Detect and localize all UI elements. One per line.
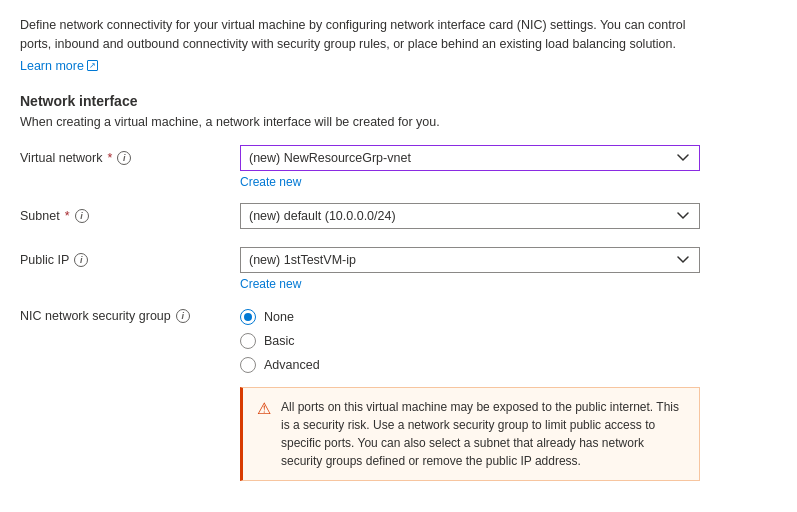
- virtual-network-chevron-icon: [667, 154, 699, 162]
- warning-icon: ⚠: [257, 399, 271, 418]
- public-ip-label: Public IP i: [20, 247, 240, 267]
- subnet-control: (new) default (10.0.0.0/24): [240, 203, 700, 229]
- subnet-info-icon[interactable]: i: [75, 209, 89, 223]
- warning-text: All ports on this virtual machine may be…: [281, 398, 685, 470]
- radio-none-label: None: [264, 310, 294, 324]
- radio-none[interactable]: None: [240, 309, 700, 325]
- virtual-network-row: Virtual network * i (new) NewResourceGrp…: [20, 145, 777, 189]
- virtual-network-control: (new) NewResourceGrp-vnet Create new: [240, 145, 700, 189]
- public-ip-select-wrapper[interactable]: (new) 1stTestVM-ip: [240, 247, 700, 273]
- public-ip-value: (new) 1stTestVM-ip: [241, 248, 667, 272]
- section-title: Network interface: [20, 93, 777, 109]
- virtual-network-create-new[interactable]: Create new: [240, 175, 301, 189]
- subnet-value: (new) default (10.0.0.0/24): [241, 204, 667, 228]
- subnet-chevron-icon: [667, 212, 699, 220]
- required-star: *: [107, 151, 112, 165]
- radio-group: None Basic Advanced: [240, 305, 700, 373]
- radio-advanced-label: Advanced: [264, 358, 320, 372]
- nic-security-group-label: NIC network security group i: [20, 305, 240, 323]
- radio-basic-circle: [240, 333, 256, 349]
- radio-advanced[interactable]: Advanced: [240, 357, 700, 373]
- nic-security-group-row: NIC network security group i None Basic …: [20, 305, 777, 481]
- learn-more-label: Learn more: [20, 59, 84, 73]
- subnet-select-wrapper[interactable]: (new) default (10.0.0.0/24): [240, 203, 700, 229]
- subnet-required-star: *: [65, 209, 70, 223]
- subnet-row: Subnet * i (new) default (10.0.0.0/24): [20, 203, 777, 233]
- virtual-network-info-icon[interactable]: i: [117, 151, 131, 165]
- warning-box: ⚠ All ports on this virtual machine may …: [240, 387, 700, 481]
- learn-more-link[interactable]: Learn more ↗: [20, 59, 98, 73]
- section-subtitle: When creating a virtual machine, a netwo…: [20, 115, 777, 129]
- description-text: Define network connectivity for your vir…: [20, 16, 720, 54]
- radio-basic-label: Basic: [264, 334, 295, 348]
- radio-basic[interactable]: Basic: [240, 333, 700, 349]
- public-ip-control: (new) 1stTestVM-ip Create new: [240, 247, 700, 291]
- public-ip-row: Public IP i (new) 1stTestVM-ip Create ne…: [20, 247, 777, 291]
- subnet-label: Subnet * i: [20, 203, 240, 223]
- public-ip-chevron-icon: [667, 256, 699, 264]
- nic-security-group-info-icon[interactable]: i: [176, 309, 190, 323]
- public-ip-create-new[interactable]: Create new: [240, 277, 301, 291]
- virtual-network-select-wrapper[interactable]: (new) NewResourceGrp-vnet: [240, 145, 700, 171]
- nic-security-group-control: None Basic Advanced ⚠ All ports on this …: [240, 305, 700, 481]
- virtual-network-value: (new) NewResourceGrp-vnet: [241, 146, 667, 170]
- radio-none-circle: [240, 309, 256, 325]
- external-link-icon: ↗: [87, 60, 98, 71]
- radio-advanced-circle: [240, 357, 256, 373]
- virtual-network-label: Virtual network * i: [20, 145, 240, 165]
- public-ip-info-icon[interactable]: i: [74, 253, 88, 267]
